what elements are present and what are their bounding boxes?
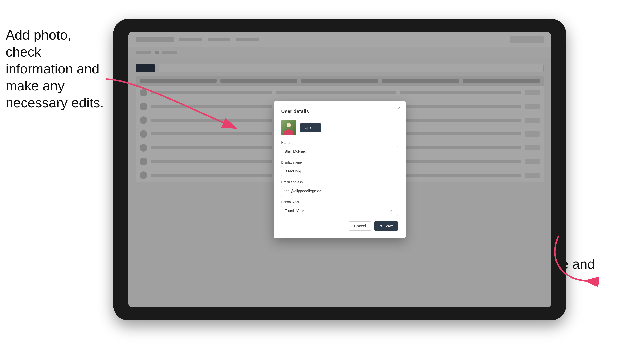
display-name-input[interactable] — [281, 166, 398, 176]
save-icon: ⬆ — [380, 224, 383, 228]
school-year-label: School Year — [281, 200, 398, 204]
school-year-controls: × ⌃⌄ — [390, 207, 396, 214]
save-button[interactable]: ⬆ Save — [374, 221, 398, 231]
upload-photo-button[interactable]: Upload — [300, 123, 321, 132]
school-year-dropdown-button[interactable]: ⌃⌄ — [394, 207, 396, 214]
user-photo-thumbnail — [281, 120, 296, 135]
email-input[interactable] — [281, 186, 398, 196]
display-name-field-group: Display name — [281, 161, 398, 176]
name-input[interactable] — [281, 146, 398, 157]
annotation-left: Add photo, check information and make an… — [6, 26, 108, 111]
display-name-label: Display name — [281, 161, 398, 165]
email-field-group: Email address — [281, 180, 398, 196]
email-label: Email address — [281, 180, 398, 184]
save-label: Save — [384, 224, 393, 228]
photo-row: Upload — [281, 120, 398, 135]
modal-close-button[interactable]: × — [396, 105, 402, 110]
app-background: × User details Upload Name — [128, 32, 551, 307]
name-label: Name — [281, 141, 398, 145]
clear-school-year-button[interactable]: × — [390, 208, 392, 213]
modal-overlay: × User details Upload Name — [128, 32, 551, 307]
modal-title: User details — [281, 109, 398, 114]
modal-footer: Cancel ⬆ Save — [281, 221, 398, 231]
school-year-input[interactable] — [281, 206, 398, 216]
tablet-screen: × User details Upload Name — [128, 32, 551, 307]
tablet-device: × User details Upload Name — [113, 19, 566, 320]
user-photo-image — [281, 120, 296, 135]
user-details-modal: × User details Upload Name — [274, 101, 406, 238]
school-year-wrapper: × ⌃⌄ — [281, 206, 398, 216]
cancel-button[interactable]: Cancel — [348, 221, 371, 231]
name-field-group: Name — [281, 141, 398, 157]
school-year-field-group: School Year × ⌃⌄ — [281, 200, 398, 216]
